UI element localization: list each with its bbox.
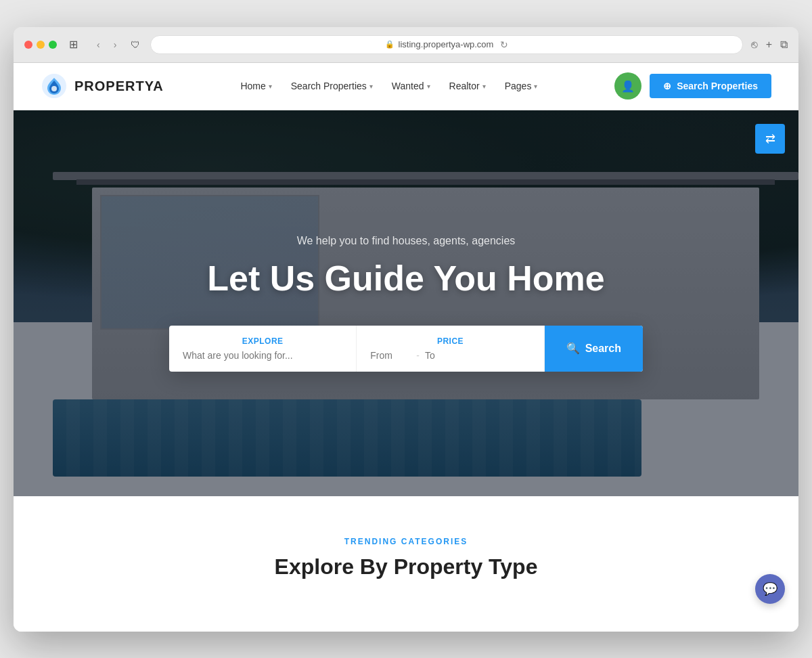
browser-nav: ‹ ›: [93, 38, 120, 51]
nav-wanted[interactable]: Wanted ▾: [392, 81, 430, 91]
shuffle-button[interactable]: ⇄: [755, 124, 785, 154]
user-icon: 👤: [621, 80, 635, 93]
below-hero-section: TRENDING CATEGORIES Explore By Property …: [14, 496, 798, 632]
header-actions: 👤 ⊕ Search Properties: [614, 72, 771, 100]
nav-search-chevron: ▾: [369, 83, 373, 90]
nav-home-chevron: ▾: [269, 83, 272, 90]
site-header: PROPERTYA Home ▾ Search Properties ▾ Wan…: [14, 63, 798, 110]
price-from-input[interactable]: [370, 350, 411, 361]
maximize-dot[interactable]: [49, 41, 57, 49]
browser-dots: [24, 41, 57, 49]
trending-label: TRENDING CATEGORIES: [41, 537, 771, 546]
sidebar-toggle-button[interactable]: ⊞: [65, 37, 82, 52]
user-profile-button[interactable]: 👤: [614, 72, 641, 100]
search-submit-label: Search: [585, 343, 621, 355]
nav-realtor-chevron: ▾: [482, 83, 486, 90]
chat-icon: 💬: [763, 582, 777, 596]
search-submit-button[interactable]: 🔍 Search: [545, 326, 643, 372]
nav-home-label: Home: [240, 81, 265, 91]
hero-section: ⇄ We help you to find houses, agents, ag…: [14, 110, 798, 496]
address-bar[interactable]: 🔒 listing.propertya-wp.com ↻: [150, 35, 742, 54]
search-icon: 🔍: [566, 342, 580, 355]
windows-button[interactable]: ⧉: [780, 39, 788, 51]
back-button[interactable]: ‹: [93, 38, 104, 51]
price-label: Price: [370, 336, 530, 346]
minimize-dot[interactable]: [37, 41, 45, 49]
forward-button[interactable]: ›: [110, 38, 121, 51]
browser-toolbar: ⊞ ‹ › 🛡 🔒 listing.propertya-wp.com ↻ ⎋ +…: [14, 27, 798, 63]
nav-wanted-chevron: ▾: [427, 83, 430, 90]
refresh-button[interactable]: ↻: [500, 39, 508, 50]
price-field[interactable]: Price -: [357, 326, 544, 372]
header-search-btn-label: Search Properties: [677, 81, 758, 91]
search-box: Explore Price - 🔍 Search: [169, 326, 643, 372]
logo-text: PROPERTYA: [74, 79, 164, 94]
share-button[interactable]: ⎋: [751, 39, 758, 51]
nav-pages[interactable]: Pages ▾: [505, 81, 538, 91]
nav-realtor-label: Realtor: [449, 81, 480, 91]
browser-window: ⊞ ‹ › 🛡 🔒 listing.propertya-wp.com ↻ ⎋ +…: [14, 27, 798, 632]
website: PROPERTYA Home ▾ Search Properties ▾ Wan…: [14, 63, 798, 632]
new-tab-button[interactable]: +: [766, 39, 772, 51]
nav-pages-chevron: ▾: [534, 83, 537, 90]
price-to-input[interactable]: [425, 350, 466, 361]
price-dash: -: [416, 350, 420, 361]
nav-home[interactable]: Home ▾: [240, 81, 271, 91]
shield-icon: 🛡: [129, 38, 142, 51]
logo[interactable]: PROPERTYA: [41, 72, 164, 100]
hero-subtitle: We help you to find houses, agents, agen…: [27, 235, 785, 247]
hero-content: We help you to find houses, agents, agen…: [14, 235, 798, 372]
price-inputs: -: [370, 350, 530, 361]
nav-search-label: Search Properties: [291, 81, 367, 91]
hero-title: Let Us Guide You Home: [27, 258, 785, 299]
nav-wanted-label: Wanted: [392, 81, 424, 91]
browser-actions: ⎋ + ⧉: [751, 39, 788, 51]
main-nav: Home ▾ Search Properties ▾ Wanted ▾ Real…: [240, 81, 537, 91]
nav-pages-label: Pages: [505, 81, 532, 91]
section-title: Explore By Property Type: [41, 554, 771, 579]
svg-point-1: [51, 86, 57, 91]
explore-field[interactable]: Explore: [169, 326, 357, 372]
logo-icon: [41, 72, 68, 100]
chat-bubble-button[interactable]: 💬: [755, 574, 785, 604]
explore-input[interactable]: [183, 350, 342, 361]
nav-realtor[interactable]: Realtor ▾: [449, 81, 486, 91]
url-text: listing.propertya-wp.com: [399, 39, 494, 49]
plus-icon: ⊕: [663, 81, 671, 91]
lock-icon: 🔒: [385, 40, 394, 49]
explore-label: Explore: [183, 336, 342, 346]
header-search-properties-button[interactable]: ⊕ Search Properties: [650, 74, 771, 98]
nav-search-properties[interactable]: Search Properties ▾: [291, 81, 373, 91]
close-dot[interactable]: [24, 41, 32, 49]
